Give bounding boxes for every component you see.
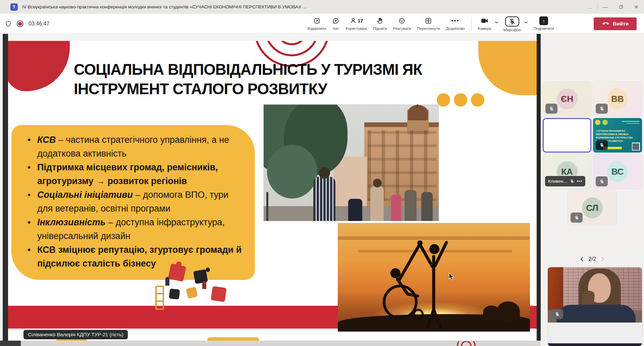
mic-muted-icon [599, 106, 604, 112]
popout-icon [313, 17, 321, 24]
leave-button[interactable]: Вийти [594, 17, 637, 30]
puzzle-knob [206, 268, 210, 272]
more-icon[interactable]: ••• [577, 179, 583, 184]
participant-name-pill[interactable]: Кливен... ••• [545, 176, 585, 186]
bullet-item: КСВ – частина стратегічного управління, … [26, 133, 242, 161]
restore-button[interactable] [613, 0, 629, 14]
camera-icon [480, 17, 489, 25]
bottom-strip-dark-segment [0, 341, 21, 346]
mic-muted-icon [509, 18, 516, 25]
yellow-corner-blob [478, 41, 537, 95]
more-icon: ••• [451, 16, 460, 25]
poster-header-line [627, 123, 639, 124]
participant-name: Кливен... [548, 179, 567, 184]
bullet-item: Соціальні ініціативи – допомога ВПО, тур… [26, 188, 242, 216]
participants-pagination: 2/2 [541, 253, 644, 265]
poster-header-line [622, 121, 639, 122]
chevron-down-icon [494, 21, 499, 24]
users-icon [350, 17, 357, 24]
person-torso [556, 305, 636, 323]
mic-muted-icon [599, 142, 604, 148]
mic-options-chevron[interactable] [524, 19, 528, 25]
mic-muted-badge [596, 140, 608, 150]
participant-tile[interactable]: ВС [593, 154, 642, 189]
avatar: ВВ [607, 89, 628, 109]
mic-muted-icon [599, 179, 604, 184]
meeting-timer: 03:46:47 [29, 21, 49, 27]
bullet-item: Підтримка місцевих громад, ремісників, а… [26, 161, 242, 188]
shared-content-stage: СОЦІАЛЬНА ВІДПОВІДАЛЬНІСТЬ У ТУРИЗМІ ЯК … [0, 34, 541, 346]
presentation-slide: СОЦІАЛЬНА ВІДПОВІДАЛЬНІСТЬ У ТУРИЗМІ ЯК … [8, 41, 537, 341]
person [405, 190, 417, 221]
puzzle-piece-black [169, 289, 180, 300]
hangup-icon [602, 22, 610, 26]
stage-right-edge [537, 34, 541, 341]
person-head [319, 167, 330, 179]
teams-icon: T [10, 3, 18, 11]
poster-share-tile[interactable]: «СУЧАСНІ ЕКОНОМІЧНІ ПЕРСПЕКТИВИ В УМОВАХ… [593, 118, 642, 153]
mic-muted-badge [596, 176, 608, 186]
participant-tile[interactable]: ВВ [593, 81, 642, 116]
qr-icon [632, 142, 640, 151]
chat-button[interactable]: Чат [329, 16, 342, 31]
participant-tile[interactable]: ЄН [543, 81, 591, 116]
react-icon [398, 17, 406, 24]
self-tile-selected[interactable] [543, 118, 591, 153]
stage-bottom-strip [0, 341, 541, 346]
meeting-toolbar: 03:46:47 Відкріпити Чат 17 Користувачі П… [0, 14, 644, 34]
ladder-rung [156, 293, 163, 294]
person-pink-dress [391, 195, 401, 221]
raise-hand-button[interactable]: Підняти [370, 16, 390, 31]
page-indicator: 2/2 [589, 256, 596, 262]
chevron-right-icon[interactable] [601, 256, 605, 262]
shield-icon [5, 20, 12, 28]
react-button[interactable]: Реагувати [390, 16, 414, 31]
mic-selected-box [505, 16, 519, 26]
webcam-tile[interactable] [548, 267, 642, 346]
city-street-photo [264, 105, 439, 221]
mic-muted-icon [574, 215, 579, 221]
mic-button[interactable]: Мікрофон [499, 16, 524, 32]
share-icon: ↑ [539, 16, 548, 25]
participant-tile[interactable]: КА Кливен... ••• [543, 154, 591, 189]
participants-count: 17 [358, 18, 363, 23]
camera-button[interactable]: Камера [475, 16, 494, 31]
chat-icon [332, 17, 339, 24]
mic-muted-icon [555, 311, 560, 317]
chevron-left-icon[interactable] [580, 256, 584, 262]
tree-foliage [267, 145, 317, 198]
yellow-peek [207, 337, 259, 341]
mouse-cursor [449, 273, 454, 281]
person-striped-shirt [313, 177, 335, 221]
red-corner-blob [8, 41, 70, 91]
dome [408, 105, 428, 120]
slide-title-line2: ІНСТРУМЕНТ СТАЛОГО РОЗВИТКУ [74, 79, 445, 99]
share-button[interactable]: ↑ Поділитися [528, 16, 557, 31]
participants-button[interactable]: 17 Користувачі [342, 16, 370, 31]
minimize-button[interactable]: — [598, 0, 613, 14]
puzzle-piece-yellow [186, 287, 198, 299]
stage-left-edge [3, 34, 8, 341]
person-head [373, 179, 382, 187]
view-icon [425, 17, 432, 24]
more-options-button[interactable]: ••• Додатково [443, 16, 468, 31]
window-title: IV Всеукраїнська науково-практична конфе… [22, 4, 306, 9]
unpin-button[interactable]: Відкріпити [305, 16, 329, 31]
red-arcs-bottom [455, 341, 481, 346]
avatar: ЄН [557, 89, 578, 109]
ladder-rung [156, 300, 163, 302]
camera-options-chevron[interactable] [494, 19, 499, 25]
participant-tile[interactable]: СЛ [568, 190, 616, 225]
yellow-dots-decoration [437, 93, 484, 107]
close-button[interactable]: ✕ [629, 0, 644, 14]
bullet-list: КСВ – частина стратегічного управління, … [26, 133, 242, 271]
figures-silhouette [338, 223, 530, 332]
bullet-box: КСВ – частина стратегічного управління, … [11, 125, 255, 280]
sunset-silhouette-photo [338, 223, 530, 332]
webcam-bottom-bar [548, 343, 642, 346]
window-more-button[interactable]: … [582, 0, 597, 14]
tiny-person [202, 281, 206, 289]
view-button[interactable]: Переглянути [414, 16, 443, 31]
person-carried-child [348, 199, 362, 221]
logo-circle [595, 120, 600, 125]
